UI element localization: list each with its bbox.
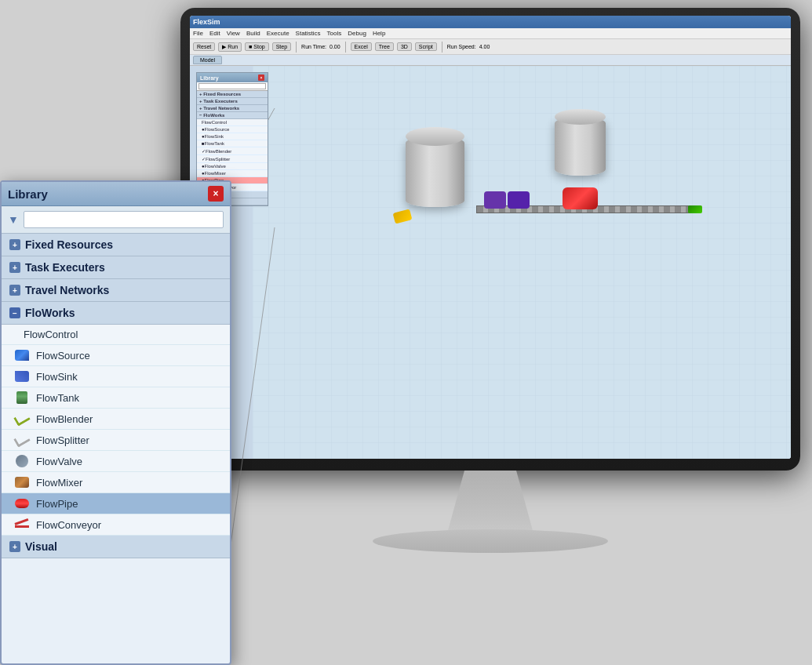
- category-visual[interactable]: + Visual: [2, 536, 230, 558]
- separator3: [442, 42, 442, 53]
- monitor-screen: FlexSim File Edit View Build Execute Sta…: [190, 16, 791, 459]
- menu-help[interactable]: Help: [373, 30, 385, 37]
- step-button[interactable]: Step: [272, 42, 291, 51]
- flowconveyor-label: FlowConveyor: [36, 519, 101, 531]
- mini-item-flowtank[interactable]: ■FlowTank: [197, 140, 268, 147]
- large-library-panel: Library × ▼ + Fixed Resources + Task Exe…: [0, 180, 231, 665]
- flowpipe-icon: [14, 497, 30, 510]
- runtime-label: Run Time:: [301, 44, 326, 49]
- flexsim-window: FlexSim File Edit View Build Execute Sta…: [190, 16, 791, 459]
- list-item-flowmixer[interactable]: FlowMixer: [2, 472, 230, 493]
- list-item-flowvalve[interactable]: FlowValve: [2, 451, 230, 472]
- list-item-flowsplitter[interactable]: FlowSplitter: [2, 430, 230, 451]
- flowmixer-label: FlowMixer: [36, 477, 82, 489]
- flexsim-toolbar: Reset ▶ Run ■ Stop Step Run Time: 0.00 E…: [190, 39, 791, 55]
- mini-item-flowblender[interactable]: ✓FlowBlender: [197, 147, 268, 155]
- list-item-flowpipe[interactable]: FlowPipe: [2, 493, 230, 514]
- mini-cat-task[interactable]: + Task Executers: [197, 98, 268, 105]
- category-travel-networks[interactable]: + Travel Networks: [2, 279, 230, 302]
- separator: [296, 42, 297, 53]
- model-tab-label: Model: [200, 57, 215, 63]
- scene-container: [327, 89, 787, 455]
- menu-statistics[interactable]: Statistics: [296, 30, 321, 37]
- list-item-flowsource[interactable]: FlowSource: [2, 345, 230, 366]
- mini-search-area: [197, 82, 268, 91]
- mini-item-flowsource[interactable]: ●FlowSource: [197, 126, 268, 133]
- mini-item-flowsplitter[interactable]: ✓FlowSplitter: [197, 155, 268, 163]
- tree-button[interactable]: Tree: [375, 42, 394, 51]
- travel-networks-label: Travel Networks: [25, 284, 109, 296]
- pipe-purple-left: [484, 191, 506, 209]
- flowblender-label: FlowBlender: [36, 413, 93, 425]
- flowtank-icon: [14, 391, 30, 404]
- menu-file[interactable]: File: [193, 30, 203, 37]
- pipe-red-connector: [563, 187, 598, 209]
- menu-debug[interactable]: Debug: [348, 30, 366, 37]
- flowcontrol-label: FlowControl: [24, 329, 78, 340]
- script-button[interactable]: Script: [415, 42, 437, 51]
- menu-tools[interactable]: Tools: [327, 30, 342, 37]
- menu-edit[interactable]: Edit: [209, 30, 220, 37]
- library-search-bar: ▼: [2, 206, 230, 234]
- category-task-executers[interactable]: + Task Executers: [2, 256, 230, 279]
- toggle-task-executers-icon: +: [9, 262, 20, 273]
- library-search-input[interactable]: [24, 211, 224, 228]
- mini-item-flowcontrol[interactable]: FlowControl: [197, 119, 268, 126]
- flowblender-icon: [14, 412, 30, 425]
- list-item-flowtank[interactable]: FlowTank: [2, 387, 230, 409]
- menu-execute[interactable]: Execute: [267, 30, 289, 37]
- run-button[interactable]: ▶ Run: [218, 42, 242, 52]
- toggle-fixed-resources-icon: +: [9, 239, 20, 250]
- small-green-object: [688, 205, 702, 213]
- close-icon: ×: [213, 188, 218, 199]
- mini-search-input[interactable]: [198, 83, 266, 89]
- stop-button[interactable]: ■ Stop: [245, 42, 269, 51]
- monitor: FlexSim File Edit View Build Execute Sta…: [180, 8, 800, 557]
- mini-cat-fixed[interactable]: + Fixed Resources: [197, 91, 268, 98]
- menu-view[interactable]: View: [227, 30, 240, 37]
- flowsink-label: FlowSink: [36, 371, 78, 383]
- list-item-flowcontrol[interactable]: FlowControl: [2, 325, 230, 345]
- 3d-button[interactable]: 3D: [397, 42, 412, 51]
- list-item-flowblender[interactable]: FlowBlender: [2, 409, 230, 430]
- viewport-3d: [253, 66, 791, 459]
- cylinder-right: [555, 117, 606, 176]
- flowsource-label: FlowSource: [36, 350, 90, 362]
- mini-item-flowsink[interactable]: ●FlowSink: [197, 133, 268, 140]
- flexsim-tab-bar[interactable]: Model: [190, 55, 791, 66]
- category-fixed-resources[interactable]: + Fixed Resources: [2, 234, 230, 256]
- excel-button[interactable]: Excel: [351, 42, 372, 51]
- mini-cat-floworks[interactable]: − FloWorks: [197, 112, 268, 119]
- pipe-purple-right: [508, 191, 530, 209]
- floworks-label: FloWorks: [25, 307, 75, 319]
- flowconveyor-icon: [14, 518, 30, 531]
- toggle-travel-networks-icon: +: [9, 285, 20, 296]
- filter-icon: ▼: [8, 213, 19, 226]
- flexsim-titlebar: FlexSim: [190, 16, 791, 28]
- list-item-flowconveyor[interactable]: FlowConveyor: [2, 514, 230, 536]
- mini-library-header: Library ×: [197, 73, 268, 82]
- mini-library-title: Library: [200, 75, 219, 81]
- library-close-button[interactable]: ×: [208, 186, 224, 202]
- mini-cat-travel[interactable]: + Travel Networks: [197, 105, 268, 112]
- monitor-stand-neck: [447, 471, 533, 533]
- category-floworks[interactable]: − FloWorks: [2, 302, 230, 325]
- flowsink-icon: [14, 370, 30, 383]
- visual-label: Visual: [25, 540, 57, 553]
- mini-library-close-button[interactable]: ×: [258, 74, 264, 81]
- flowsource-icon: [14, 349, 30, 362]
- monitor-stand-base: [373, 529, 608, 553]
- mini-item-flowmixer[interactable]: ●FlowMixer: [197, 170, 268, 177]
- list-item-flowsink[interactable]: FlowSink: [2, 366, 230, 387]
- model-tab[interactable]: Model: [193, 56, 222, 64]
- runspeed-value: 4.00: [479, 44, 490, 49]
- flowsplitter-icon: [14, 434, 30, 446]
- runspeed-label: Run Speed:: [447, 44, 476, 49]
- menu-build[interactable]: Build: [246, 30, 260, 37]
- library-title: Library: [8, 187, 48, 201]
- reset-button[interactable]: Reset: [193, 42, 215, 51]
- flexsim-menubar[interactable]: File Edit View Build Execute Statistics …: [190, 28, 791, 39]
- flowpipe-label: FlowPipe: [36, 498, 78, 510]
- flowtank-label: FlowTank: [36, 392, 79, 404]
- mini-item-flowvalve[interactable]: ●FlowValve: [197, 163, 268, 170]
